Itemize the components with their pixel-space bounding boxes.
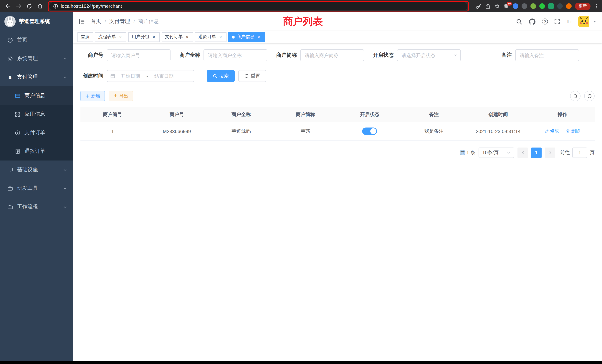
date-range-picker[interactable]: - [107, 70, 194, 82]
tag-refund-order[interactable]: 退款订单 × [195, 32, 226, 42]
tag-home[interactable]: 首页 [77, 32, 93, 42]
filter-row-2: 创建时间 - 搜索 [80, 70, 595, 82]
breadcrumb-separator: / [105, 19, 106, 24]
add-button[interactable]: 新增 [80, 91, 105, 101]
document-icon [14, 149, 20, 154]
main-panel: 首页 / 支付管理 / 商户信息 商户列表 ? [73, 12, 602, 361]
cell-full-name: 芋道源码 [209, 122, 273, 140]
sidebar-item-payment-order[interactable]: 支付订单 [0, 123, 73, 142]
key-icon[interactable] [476, 3, 482, 9]
tag-label: 支付订单 [165, 34, 183, 40]
status-toggle[interactable] [362, 128, 377, 135]
sidebar-item-infrastructure[interactable]: 基础设施 [0, 161, 73, 179]
browser-actions: 10 更新 [476, 2, 599, 10]
reset-button[interactable]: 重置 [238, 70, 266, 82]
goto-page-input[interactable] [572, 147, 587, 158]
tag-close-icon[interactable]: × [256, 34, 261, 40]
cell-merchant-id: 1 [80, 122, 145, 140]
start-date-input[interactable] [116, 73, 145, 79]
sidebar-item-label: 商户信息 [24, 92, 45, 99]
merchant-no-input[interactable] [107, 49, 171, 61]
status-select[interactable] [397, 49, 461, 61]
browser-menu-icon[interactable] [594, 3, 599, 9]
breadcrumb-separator: / [133, 19, 135, 24]
app-logo[interactable]: 芋道管理系统 [0, 12, 73, 31]
bookmark-star-icon[interactable] [494, 3, 500, 9]
gear-icon [7, 56, 13, 61]
calendar-icon [110, 73, 115, 79]
page-number-button[interactable]: 1 [531, 147, 542, 158]
browser-back-icon[interactable] [3, 1, 13, 11]
full-name-input[interactable] [204, 49, 267, 61]
search-icon[interactable] [516, 18, 522, 25]
window-bottom-edge [0, 361, 602, 364]
tag-user-group[interactable]: 用户分组 × [128, 32, 160, 42]
chevron-down-icon [63, 56, 67, 61]
navbar: 首页 / 支付管理 / 商户信息 商户列表 ? [73, 12, 602, 31]
filter-full-name: 商户全称 [179, 49, 267, 61]
sidebar-item-merchant-info[interactable]: 商户信息 [0, 86, 73, 105]
remark-input[interactable] [515, 49, 579, 61]
refresh-icon[interactable] [584, 91, 595, 101]
breadcrumb-current: 商户信息 [138, 18, 159, 25]
share-icon[interactable] [485, 3, 491, 9]
browser-reload-icon[interactable] [24, 1, 34, 11]
sidebar-item-label: 基础设施 [17, 166, 38, 173]
browser-forward-icon[interactable] [14, 1, 23, 11]
extension-icon[interactable] [566, 3, 572, 9]
extension-icon[interactable] [539, 3, 545, 9]
tag-close-icon[interactable]: × [118, 34, 123, 40]
tag-label: 首页 [81, 34, 90, 40]
delete-link[interactable]: 删除 [566, 128, 580, 134]
browser-update-button[interactable]: 更新 [575, 2, 591, 10]
chevron-down-icon [63, 186, 67, 190]
caret-down-icon[interactable] [593, 20, 596, 23]
page-size-select[interactable]: 10条/页 [479, 147, 514, 158]
prev-page-button[interactable] [517, 147, 528, 158]
search-button[interactable]: 搜索 [207, 70, 235, 82]
help-icon[interactable]: ? [542, 19, 548, 24]
sidebar-item-workflow[interactable]: 工作流程 [0, 198, 73, 216]
address-bar[interactable]: localhost:1024/pay/merchant [49, 2, 467, 10]
sidebar-item-refund-order[interactable]: 退款订单 [0, 142, 73, 161]
github-icon[interactable] [529, 18, 536, 25]
goto-page: 前往 页 [560, 147, 595, 158]
tag-close-icon[interactable]: × [151, 34, 156, 40]
sidebar-item-app-info[interactable]: 应用信息 [0, 105, 73, 123]
hamburger-icon[interactable] [79, 18, 85, 25]
next-page-button[interactable] [545, 147, 555, 158]
fullscreen-icon[interactable] [554, 19, 560, 24]
extension-icon[interactable] [548, 3, 554, 9]
cell-short-name: 芋艿 [273, 122, 337, 140]
sidebar-item-home[interactable]: 首页 [0, 31, 73, 49]
column-header: 备注 [402, 107, 466, 122]
extension-icon[interactable] [557, 3, 563, 9]
tag-close-icon[interactable]: × [218, 34, 223, 40]
table-header-row: 商户编号 商户号 商户全称 商户简称 开启状态 备注 创建时间 操作 [80, 107, 595, 122]
export-button[interactable]: 导出 [109, 91, 133, 101]
sidebar-item-dev-tools[interactable]: 研发工具 [0, 179, 73, 198]
tag-merchant-info[interactable]: 商户信息 × [228, 32, 265, 42]
browser-home-icon[interactable] [35, 1, 45, 11]
breadcrumb-home[interactable]: 首页 [91, 18, 101, 25]
extension-icon[interactable] [522, 3, 527, 9]
user-avatar[interactable] [578, 16, 589, 27]
site-info-icon[interactable] [53, 3, 58, 9]
extensions-puzzle-icon[interactable]: 10 [503, 3, 509, 9]
sidebar-item-system[interactable]: 系统管理 [0, 49, 73, 68]
dashboard-icon [7, 37, 13, 43]
toggle-search-icon[interactable] [570, 91, 580, 101]
extension-icon[interactable] [530, 3, 536, 9]
short-name-input[interactable] [300, 49, 364, 61]
filter-label: 备注 [502, 52, 512, 59]
breadcrumb-payment[interactable]: 支付管理 [109, 18, 130, 25]
end-date-input[interactable] [150, 73, 179, 79]
cell-status [337, 122, 402, 140]
tag-payment-order[interactable]: 支付订单 × [162, 32, 193, 42]
edit-link[interactable]: 修改 [544, 128, 559, 134]
tag-close-icon[interactable]: × [185, 34, 190, 40]
text-size-icon[interactable]: TT [566, 19, 572, 24]
tag-process-form[interactable]: 流程表单 × [95, 32, 126, 42]
extension-icon[interactable] [513, 3, 518, 9]
sidebar-item-payment[interactable]: ¥ 支付管理 [0, 68, 73, 86]
